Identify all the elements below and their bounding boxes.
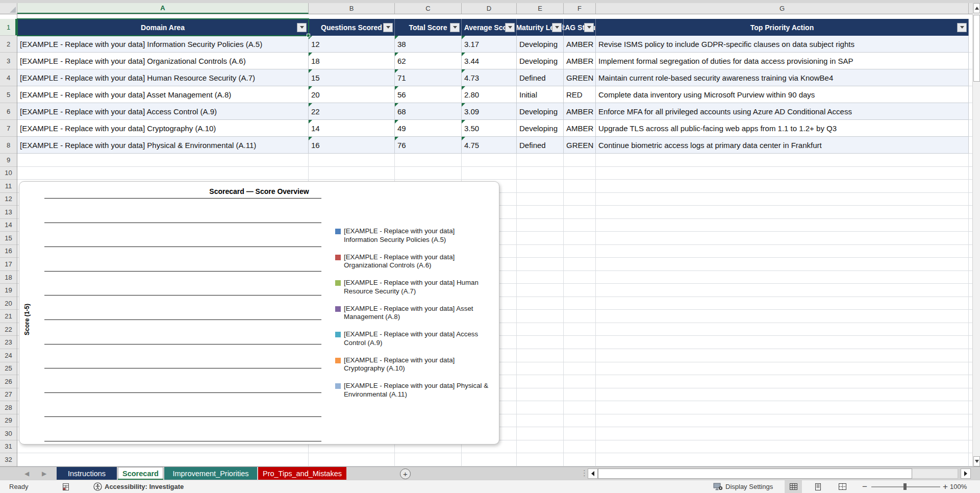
cell[interactable]: 56 — [395, 86, 462, 103]
empty-cell[interactable] — [17, 453, 309, 466]
empty-cell[interactable] — [564, 375, 596, 388]
empty-cell[interactable] — [309, 167, 395, 180]
row-header-26[interactable]: 26 — [0, 375, 17, 388]
empty-cell[interactable] — [462, 154, 517, 167]
vertical-scrollbar-thumb[interactable] — [973, 15, 980, 82]
sheet-tab-improvement_priorities[interactable]: Improvement_Priorities — [164, 467, 257, 480]
column-header-C[interactable]: C — [395, 3, 462, 14]
row-header-16[interactable]: 16 — [0, 245, 17, 258]
filter-button[interactable] — [505, 23, 515, 32]
empty-cell[interactable] — [517, 401, 564, 414]
cell[interactable]: 68 — [395, 103, 462, 120]
empty-cell[interactable] — [596, 388, 969, 402]
empty-cell[interactable] — [517, 362, 564, 376]
row-header-31[interactable]: 31 — [0, 440, 17, 454]
empty-cell[interactable] — [596, 297, 969, 310]
empty-cell[interactable] — [517, 232, 564, 245]
empty-cell[interactable] — [564, 154, 596, 167]
cell[interactable]: 16 — [309, 137, 395, 154]
empty-cell[interactable] — [596, 206, 969, 219]
cell[interactable]: [EXAMPLE - Replace with your data] Infor… — [17, 36, 309, 53]
empty-cell[interactable] — [517, 414, 564, 428]
cell[interactable]: Implement formal segregation of duties f… — [596, 53, 969, 69]
cell[interactable]: Defined — [517, 69, 564, 86]
empty-cell[interactable] — [564, 388, 596, 402]
horizontal-scrollbar-thumb[interactable] — [598, 469, 912, 479]
legend-item[interactable]: [EXAMPLE - Replace with your data] Organ… — [335, 253, 489, 270]
empty-cell[interactable] — [564, 258, 596, 271]
column-header-G[interactable]: G — [596, 3, 969, 14]
empty-cell[interactable] — [517, 180, 564, 193]
cell[interactable]: AMBER — [564, 103, 596, 120]
cell[interactable]: Developing — [517, 53, 564, 69]
empty-cell[interactable] — [564, 193, 596, 206]
cell[interactable]: 3.50 — [462, 120, 517, 137]
empty-cell[interactable] — [517, 310, 564, 323]
header-cell-col5[interactable]: RAG Status — [564, 19, 596, 36]
empty-cell[interactable] — [517, 427, 564, 440]
cell[interactable]: 62 — [395, 53, 462, 69]
empty-cell[interactable] — [564, 219, 596, 232]
empty-cell[interactable] — [17, 167, 309, 180]
row-header-24[interactable]: 24 — [0, 349, 17, 362]
row-header-14[interactable]: 14 — [0, 219, 17, 232]
empty-cell[interactable] — [564, 362, 596, 376]
row-header-9[interactable]: 9 — [0, 154, 17, 167]
accessibility-status[interactable]: Accessibility: Investigate — [93, 480, 184, 493]
empty-cell[interactable] — [596, 193, 969, 206]
tab-nav-left-icon[interactable]: ◀ — [24, 470, 29, 477]
empty-cell[interactable] — [596, 180, 969, 193]
cell[interactable]: 4.73 — [462, 69, 517, 86]
filter-button[interactable] — [957, 23, 967, 32]
cell[interactable]: Maintain current role-based security awa… — [596, 69, 969, 86]
scroll-left-button[interactable] — [588, 469, 598, 479]
cell[interactable]: Developing — [517, 36, 564, 53]
zoom-level[interactable]: 100% — [950, 480, 967, 493]
empty-cell[interactable] — [517, 219, 564, 232]
header-cell-col2[interactable]: Total Score — [395, 19, 462, 36]
empty-cell[interactable] — [596, 453, 969, 466]
cell[interactable]: Revise ISMS policy to include GDPR-speci… — [596, 36, 969, 53]
cell[interactable]: 12 — [309, 36, 395, 53]
cell[interactable]: Complete data inventory using Microsoft … — [596, 86, 969, 103]
page-layout-view-button[interactable] — [809, 480, 826, 493]
empty-cell[interactable] — [596, 401, 969, 414]
row-header-19[interactable]: 19 — [0, 284, 17, 297]
empty-cell[interactable] — [596, 375, 969, 388]
cell[interactable]: 2.80 — [462, 86, 517, 103]
row-header-20[interactable]: 20 — [0, 297, 17, 310]
empty-cell[interactable] — [517, 453, 564, 466]
cell[interactable]: GREEN — [564, 69, 596, 86]
zoom-out-button[interactable]: − — [862, 480, 867, 493]
cell[interactable]: AMBER — [564, 120, 596, 137]
header-cell-col4[interactable]: Maturity Level — [517, 19, 564, 36]
cell[interactable]: 3.09 — [462, 103, 517, 120]
empty-cell[interactable] — [517, 336, 564, 349]
row-header-3[interactable]: 3 — [0, 53, 17, 69]
column-header-F[interactable]: F — [564, 3, 596, 14]
empty-cell[interactable] — [564, 206, 596, 219]
cell[interactable]: AMBER — [564, 36, 596, 53]
header-cell-col0[interactable]: Domain Area — [17, 19, 309, 36]
zoom-in-button[interactable]: + — [943, 480, 948, 493]
cell[interactable]: Continue biometric access logs at primar… — [596, 137, 969, 154]
cell[interactable]: 4.75 — [462, 137, 517, 154]
sheet-tab-instructions[interactable]: Instructions — [57, 467, 117, 480]
row-header-8[interactable]: 8 — [0, 137, 17, 154]
cell[interactable]: GREEN — [564, 137, 596, 154]
cell[interactable]: 20 — [309, 86, 395, 103]
empty-cell[interactable] — [564, 180, 596, 193]
empty-cell[interactable] — [462, 453, 517, 466]
vertical-scrollbar[interactable] — [972, 3, 980, 466]
empty-cell[interactable] — [517, 167, 564, 180]
empty-cell[interactable] — [596, 349, 969, 362]
empty-cell[interactable] — [462, 167, 517, 180]
row-header-21[interactable]: 21 — [0, 310, 17, 323]
cell[interactable]: 15 — [309, 69, 395, 86]
normal-view-button[interactable] — [785, 480, 802, 493]
empty-cell[interactable] — [517, 258, 564, 271]
new-sheet-button[interactable]: + — [400, 469, 411, 479]
legend-item[interactable]: [EXAMPLE - Replace with your data] Asset… — [335, 305, 489, 322]
row-header-30[interactable]: 30 — [0, 427, 17, 440]
legend-item[interactable]: [EXAMPLE - Replace with your data] Physi… — [335, 382, 489, 399]
